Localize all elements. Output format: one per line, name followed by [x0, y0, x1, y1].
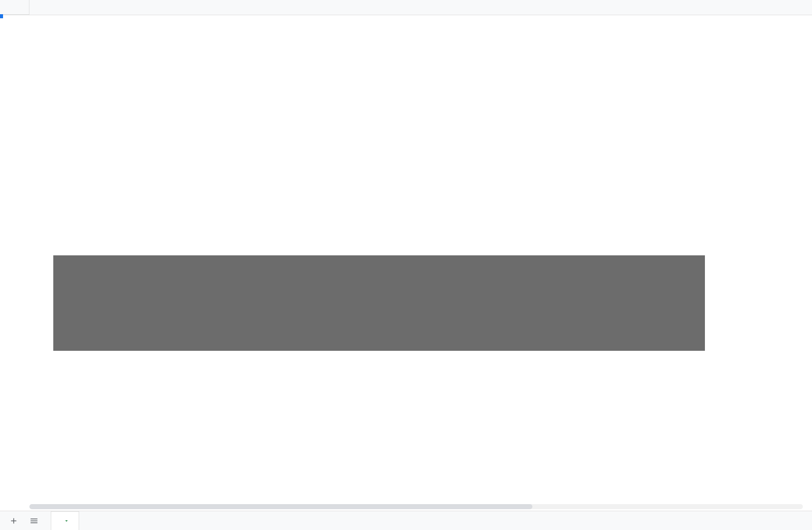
spreadsheet-grid: [0, 0, 812, 503]
select-all-corner[interactable]: [0, 0, 29, 15]
horizontal-scrollbar[interactable]: [29, 503, 803, 511]
sheet-tab-active[interactable]: [51, 511, 79, 531]
sheet-tab-bar: [0, 511, 812, 530]
chevron-down-icon[interactable]: [63, 518, 70, 524]
all-sheets-button[interactable]: [26, 513, 42, 528]
column-headers-row: [0, 0, 812, 15]
menu-icon: [29, 516, 39, 525]
fill-handle[interactable]: [0, 14, 3, 18]
selected-cell-outline: [0, 15, 2, 17]
add-sheet-button[interactable]: [6, 513, 21, 528]
instruction-overlay: [53, 255, 705, 351]
plus-icon: [9, 516, 18, 525]
h-scroll-thumb[interactable]: [29, 504, 532, 509]
h-scroll-track: [29, 504, 803, 509]
